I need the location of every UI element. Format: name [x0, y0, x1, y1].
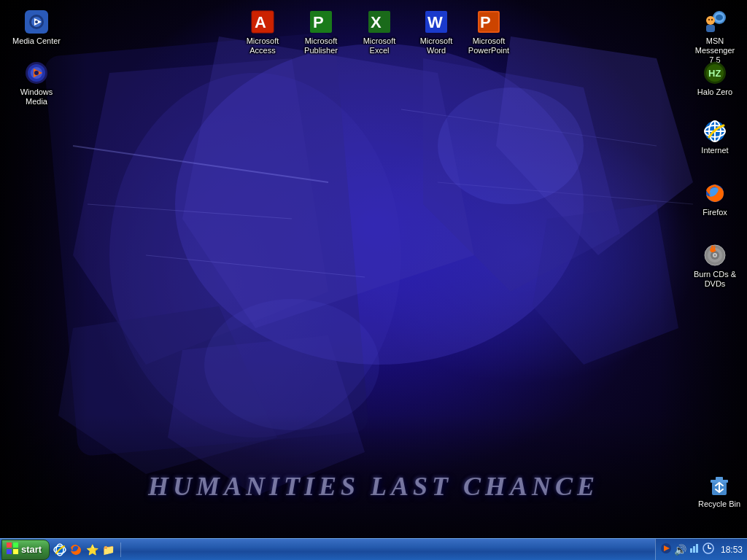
- desktop-icon-microsoft-publisher[interactable]: P Microsoft Publisher: [292, 7, 350, 58]
- quick-launch-area: ⭐ 📁: [50, 542, 118, 557]
- svg-rect-76: [690, 548, 692, 553]
- firefox-label: Firefox: [703, 208, 727, 217]
- svg-rect-66: [7, 542, 12, 548]
- svg-point-37: [706, 16, 715, 25]
- svg-point-45: [34, 71, 39, 75]
- svg-point-40: [711, 19, 713, 20]
- quick-launch-folder[interactable]: 📁: [101, 542, 115, 557]
- word-label: Microsoft Word: [410, 36, 462, 55]
- desktop: Humanities Last Chance Media Center A Mi…: [0, 0, 747, 560]
- wallpaper-title-text: Humanities Last Chance: [148, 471, 599, 502]
- media-center-icon: [25, 10, 48, 34]
- publisher-label: Microsoft Publisher: [295, 36, 347, 55]
- quick-launch-ie[interactable]: [53, 542, 67, 557]
- svg-rect-38: [706, 25, 715, 32]
- svg-rect-68: [7, 549, 12, 554]
- svg-point-39: [708, 19, 710, 20]
- system-clock: 18:53: [716, 545, 743, 555]
- word-icon: W: [425, 10, 448, 34]
- burn-cds-label: Burn CDs & DVDs: [689, 270, 741, 289]
- svg-text:W: W: [427, 13, 443, 31]
- tray-network-icon[interactable]: [689, 542, 700, 556]
- access-icon: A: [251, 10, 274, 34]
- desktop-icon-firefox[interactable]: Firefox: [686, 179, 744, 220]
- svg-text:P: P: [313, 13, 324, 31]
- taskbar: start ⭐ 📁: [0, 538, 747, 560]
- desktop-icon-microsoft-powerpoint[interactable]: P Microsoft PowerPoint: [460, 7, 518, 58]
- excel-icon: X: [368, 10, 391, 34]
- recycle-bin-icon: [708, 473, 731, 497]
- svg-text:X: X: [371, 13, 382, 31]
- windows-media-label: Windows Media: [10, 88, 63, 106]
- desktop-icon-recycle-bin[interactable]: Recycle Bin: [690, 470, 747, 512]
- windows-logo-icon: [7, 542, 18, 557]
- svg-rect-64: [716, 477, 723, 481]
- recycle-bin-label: Recycle Bin: [698, 499, 740, 509]
- svg-rect-69: [13, 549, 18, 554]
- start-button[interactable]: start: [1, 540, 50, 560]
- access-label: Microsoft Access: [236, 36, 289, 55]
- svg-text:HZ: HZ: [708, 68, 721, 79]
- firefox-icon: [703, 182, 727, 205]
- desktop-icon-microsoft-excel[interactable]: X Microsoft Excel: [350, 7, 409, 58]
- tray-speaker-icon[interactable]: 🔊: [674, 544, 686, 556]
- msn-messenger-icon: [703, 10, 727, 34]
- desktop-icon-internet-explorer[interactable]: Internet: [686, 117, 744, 158]
- windows-media-icon: [25, 61, 48, 85]
- svg-point-21: [35, 20, 38, 23]
- svg-rect-67: [13, 542, 18, 548]
- quick-launch-firefox[interactable]: [69, 542, 83, 557]
- taskbar-separator: [120, 542, 121, 557]
- desktop-icon-windows-media[interactable]: Windows Media: [7, 58, 66, 109]
- halo-zero-label: Halo Zero: [697, 88, 732, 97]
- taskbar-middle: [123, 539, 655, 560]
- powerpoint-label: Microsoft PowerPoint: [462, 36, 515, 55]
- burn-cds-icon: [703, 244, 727, 267]
- svg-point-36: [716, 15, 723, 20]
- svg-rect-77: [693, 546, 695, 553]
- powerpoint-icon: P: [477, 10, 500, 34]
- svg-point-61: [714, 254, 716, 257]
- start-label: start: [21, 544, 42, 555]
- excel-label: Microsoft Excel: [353, 36, 406, 55]
- tray-wmp-icon[interactable]: [660, 542, 672, 556]
- desktop-icon-burn-cds[interactable]: Burn CDs & DVDs: [686, 241, 744, 292]
- publisher-icon: P: [309, 10, 333, 34]
- internet-explorer-label: Internet: [701, 146, 728, 155]
- desktop-icon-microsoft-word[interactable]: W Microsoft Word: [407, 7, 465, 58]
- svg-text:P: P: [480, 13, 491, 31]
- svg-rect-78: [696, 544, 698, 553]
- quick-launch-star[interactable]: ⭐: [85, 542, 99, 557]
- system-tray: 🔊 18:53: [655, 539, 747, 560]
- tray-clock-icon: [703, 542, 714, 556]
- desktop-icon-media-center[interactable]: Media Center: [7, 7, 66, 49]
- media-center-label: Media Center: [12, 36, 61, 46]
- svg-text:A: A: [255, 13, 266, 31]
- desktop-icon-halo-zero[interactable]: HZ Halo Zero: [686, 58, 744, 100]
- desktop-icon-microsoft-access[interactable]: A Microsoft Access: [233, 7, 292, 58]
- halo-zero-icon: HZ: [703, 61, 727, 85]
- internet-explorer-icon: [703, 120, 727, 143]
